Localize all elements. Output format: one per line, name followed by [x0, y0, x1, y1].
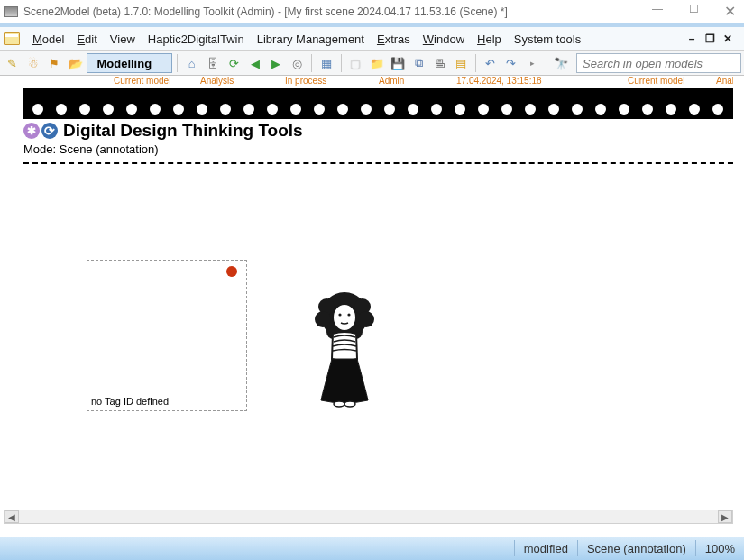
save-all-icon[interactable]: ⧉	[409, 53, 428, 73]
menu-view[interactable]: View	[104, 31, 142, 48]
timeline-dot	[220, 104, 231, 115]
mdi-restore-button[interactable]: ❐	[703, 32, 717, 45]
status-zoom[interactable]: 100%	[695, 540, 744, 556]
mdi-close-button[interactable]: ✕	[721, 32, 735, 45]
mdi-minimize-button[interactable]: –	[684, 32, 699, 45]
timeline-label: In process	[285, 76, 326, 86]
undo-icon[interactable]: ↶	[481, 53, 500, 73]
refresh-circle-icon[interactable]: ⟳	[41, 123, 58, 139]
maximize-button[interactable]: ☐	[683, 3, 704, 20]
timeline-dot	[79, 104, 90, 115]
flag-icon[interactable]: ⚑	[45, 53, 64, 73]
svg-point-9	[347, 313, 350, 316]
timeline-dot	[501, 104, 512, 115]
database-icon[interactable]: 🗄	[203, 53, 222, 73]
timeline-dot	[548, 104, 559, 115]
menu-library-management[interactable]: Library Management	[251, 31, 371, 48]
document-title-row: ✱ ⟳ Digital Design Thinking Tools	[23, 121, 733, 141]
timeline-dot	[32, 104, 43, 115]
draw-icon[interactable]: ✎	[3, 53, 22, 73]
folder-icon[interactable]: 📂	[66, 53, 85, 73]
new-file-icon[interactable]: ▢	[346, 53, 365, 73]
forward-icon[interactable]: ▶	[267, 53, 286, 73]
timeline-dot	[642, 104, 653, 115]
search-input[interactable]	[576, 53, 741, 73]
menu-model-rest: odel	[42, 32, 65, 46]
timeline-dot	[689, 104, 700, 115]
scroll-right-icon[interactable]: ▶	[718, 510, 732, 523]
canvas[interactable]: Current modelAnalysisIn processAdmin17.0…	[4, 76, 733, 508]
menu-edit[interactable]: Edit	[70, 31, 103, 48]
app-icon	[4, 6, 18, 17]
timeline-dot	[619, 104, 629, 115]
redo-icon[interactable]: ↷	[501, 53, 520, 73]
print-icon[interactable]: 🖶	[430, 53, 449, 73]
grid-icon[interactable]: ▦	[317, 53, 335, 73]
timeline-dot	[408, 104, 418, 115]
menu-system-tools[interactable]: System tools	[508, 31, 587, 48]
mode-label: Mode: Scene (annotation)	[23, 142, 159, 156]
svg-point-11	[344, 401, 355, 407]
timeline-dot	[126, 104, 137, 115]
stack-icon[interactable]: ▤	[451, 53, 470, 73]
mode-button[interactable]: Modelling	[87, 53, 172, 73]
timeline-dot	[243, 104, 254, 115]
document-title: Digital Design Thinking Tools	[63, 121, 303, 141]
timeline-dot	[384, 104, 395, 115]
timeline-dot	[572, 104, 583, 115]
timeline-dot	[314, 104, 325, 115]
scroll-left-icon[interactable]: ◀	[5, 510, 19, 523]
status-scene: Scene (annotation)	[577, 540, 695, 556]
svg-point-7	[333, 304, 356, 331]
window-title: Scene2Model (beta) 1.7.0: Modelling Tool…	[23, 5, 647, 18]
menu-help[interactable]: Help	[471, 31, 508, 48]
person-figure[interactable]	[308, 289, 381, 409]
horizontal-scrollbar[interactable]: ◀ ▶	[4, 510, 733, 524]
menubar-app-icon	[4, 32, 20, 45]
status-modified: modified	[514, 540, 577, 556]
close-button[interactable]: ✕	[719, 3, 740, 20]
more-icon[interactable]: ▸	[522, 53, 541, 73]
timeline-dot	[56, 104, 67, 115]
timeline-dot	[455, 104, 465, 115]
home-icon[interactable]: ⌂	[182, 53, 201, 73]
timeline-dot	[150, 104, 161, 115]
target-icon[interactable]: ◎	[288, 53, 307, 73]
menu-haptic2digitaltwin[interactable]: Haptic2DigitalTwin	[142, 31, 251, 48]
timeline-header: Current modelAnalysisIn processAdmin17.0…	[23, 88, 733, 119]
scroll-track[interactable]	[19, 510, 718, 523]
asterisk-icon[interactable]: ✱	[23, 123, 40, 139]
binoculars-icon[interactable]: 🔭	[552, 53, 571, 73]
save-icon[interactable]: 💾	[388, 53, 407, 73]
menu-window[interactable]: Window	[417, 31, 471, 48]
back-icon[interactable]: ◀	[245, 53, 264, 73]
workspace: Current modelAnalysisIn processAdmin17.0…	[0, 76, 744, 537]
person-icon[interactable]: ☃	[23, 53, 42, 73]
open-folder-icon[interactable]: 📁	[367, 53, 386, 73]
dashed-separator	[23, 162, 733, 164]
tag-indicator-icon	[226, 266, 237, 277]
placeholder-box[interactable]: no Tag ID defined	[87, 260, 247, 411]
notag-label: no Tag ID defined	[91, 396, 169, 407]
timeline-label: 17.04.2024, 13:15:18	[456, 76, 542, 86]
titlebar: Scene2Model (beta) 1.7.0: Modelling Tool…	[0, 0, 744, 23]
menu-model[interactable]: Model	[26, 31, 70, 48]
statusbar: modified Scene (annotation) 100%	[0, 537, 744, 560]
menubar: Model Edit View Haptic2DigitalTwin Libra…	[0, 27, 744, 50]
timeline-dot	[431, 104, 442, 115]
menu-extras[interactable]: Extras	[371, 31, 417, 48]
timeline-label: Current model	[114, 76, 170, 86]
refresh-icon[interactable]: ⟳	[225, 53, 243, 73]
timeline-label: Analy	[716, 76, 733, 86]
timeline-dot	[666, 104, 676, 115]
timeline-dot	[103, 104, 114, 115]
timeline-dot	[595, 104, 606, 115]
timeline-dot	[173, 104, 184, 115]
timeline-label: Analysis	[200, 76, 234, 86]
toolbar: ✎ ☃ ⚑ 📂 Modelling ⌂ 🗄 ⟳ ◀ ▶ ◎ ▦ ▢ 📁 💾 ⧉ …	[0, 50, 744, 76]
timeline-dot	[478, 104, 489, 115]
minimize-button[interactable]: —	[647, 3, 668, 20]
timeline-dot	[290, 104, 301, 115]
timeline-dot	[525, 104, 536, 115]
svg-point-10	[334, 401, 344, 407]
